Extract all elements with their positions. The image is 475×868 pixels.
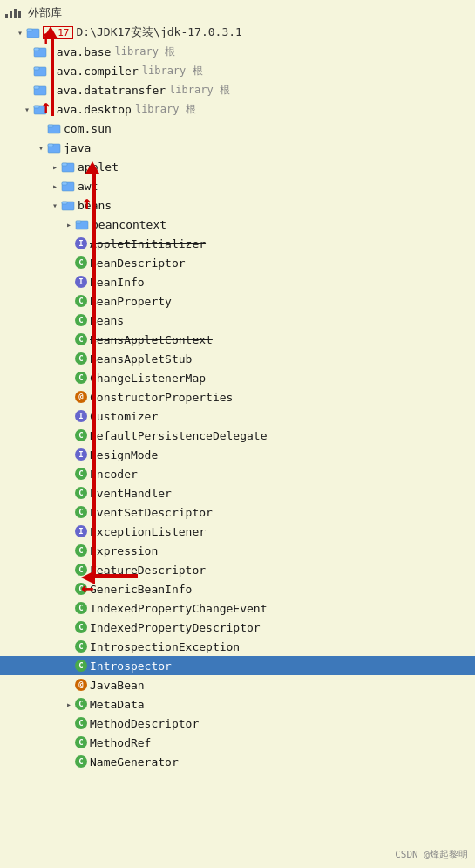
- class-badge-bac: C: [75, 333, 87, 345]
- change-listener-map-item[interactable]: C ChangeListenerMap: [0, 368, 475, 387]
- introspection-exception-label: IntrospectionException: [90, 640, 240, 653]
- encoder-label: Encoder: [90, 468, 138, 481]
- indexed-property-change-event-item[interactable]: C IndexedPropertyChangeEvent: [0, 598, 475, 618]
- java-desktop-arrow[interactable]: [21, 105, 33, 114]
- bean-info-item[interactable]: I BeanInfo: [0, 272, 475, 291]
- folder-icon-beans: [61, 198, 75, 212]
- bean-property-item[interactable]: C BeanProperty: [0, 291, 475, 311]
- class-badge-enc: C: [75, 468, 87, 480]
- java-desktop-label: java.desktop: [50, 103, 132, 116]
- java-base-item[interactable]: java.base library 根: [0, 42, 475, 61]
- md-arrow[interactable]: [63, 700, 75, 709]
- tree-container: < 17 D:\JDK17安装\jdk-17.0.3.1 java.base l…: [0, 23, 475, 771]
- java-bean-label: JavaBean: [90, 679, 145, 692]
- folder-icon-awt: [61, 179, 75, 193]
- bean-descriptor-item[interactable]: C BeanDescriptor: [0, 253, 475, 272]
- jdk-path-label: D:\JDK17安装\jdk-17.0.3.1: [77, 24, 242, 40]
- java-base-suffix: library 根: [114, 44, 175, 59]
- interface-badge-bi: I: [75, 276, 87, 288]
- introspection-exception-item[interactable]: C IntrospectionException: [0, 637, 475, 656]
- introspector-label: Introspector: [90, 660, 172, 673]
- beans-item[interactable]: beans: [0, 195, 475, 215]
- class-badge-expr: C: [75, 544, 87, 557]
- applet-item[interactable]: applet: [0, 157, 475, 176]
- encoder-item[interactable]: C Encoder: [0, 464, 475, 483]
- folder-icon-applet: [61, 160, 75, 174]
- java-desktop-suffix: library 根: [135, 102, 196, 117]
- java-base-label: java.base: [50, 45, 111, 58]
- applet-initializer-label: AppletInitializer: [90, 237, 206, 250]
- constructor-properties-item[interactable]: @ ConstructorProperties: [0, 387, 475, 407]
- external-libraries-panel: 外部库 < 17 D:\JDK17安装\jdk-17.0.3.1: [0, 0, 475, 868]
- annotation-badge-jb: @: [75, 679, 87, 691]
- change-listener-map-label: ChangeListenerMap: [90, 372, 206, 385]
- java-compiler-label: java.compiler: [50, 65, 139, 78]
- svg-rect-3: [34, 48, 39, 51]
- beancontext-arrow[interactable]: [63, 220, 75, 229]
- class-badge-beans: C: [75, 314, 87, 326]
- interface-badge-el: I: [75, 525, 87, 537]
- java-datatransfer-suffix: library 根: [169, 83, 230, 98]
- beans-applet-context-label: BeansAppletContext: [90, 333, 213, 346]
- java-arrow[interactable]: [35, 143, 47, 153]
- java-bean-item[interactable]: @ JavaBean: [0, 675, 475, 694]
- constructor-properties-label: ConstructorProperties: [90, 391, 233, 404]
- class-badge-bp: C: [75, 295, 87, 307]
- java-datatransfer-item[interactable]: java.datatransfer library 根: [0, 80, 475, 99]
- beancontext-item[interactable]: beancontext: [0, 215, 475, 234]
- com-sun-item[interactable]: com.sun: [0, 119, 475, 138]
- folder-icon: [26, 25, 40, 39]
- jdk-root-item[interactable]: < 17 D:\JDK17安装\jdk-17.0.3.1: [0, 23, 475, 42]
- svg-rect-19: [62, 202, 67, 204]
- method-descriptor-item[interactable]: C MethodDescriptor: [0, 714, 475, 733]
- design-mode-item[interactable]: I DesignMode: [0, 445, 475, 464]
- indexed-property-descriptor-item[interactable]: C IndexedPropertyDescriptor: [0, 618, 475, 637]
- interface-badge-cust: I: [75, 410, 87, 422]
- customizer-item[interactable]: I Customizer: [0, 407, 475, 426]
- folder-icon-beancontext: [75, 217, 89, 231]
- default-persistence-delegate-label: DefaultPersistenceDelegate: [90, 429, 268, 442]
- expression-item[interactable]: C Expression: [0, 541, 475, 560]
- beans-arrow[interactable]: [49, 201, 61, 210]
- meta-data-label: MetaData: [90, 698, 145, 711]
- awt-item[interactable]: awt: [0, 176, 475, 195]
- folder-icon-datatransfer: [33, 83, 47, 97]
- feature-descriptor-item[interactable]: C FeatureDescriptor: [0, 560, 475, 579]
- beans-applet-stub-label: BeansAppletStub: [90, 352, 192, 366]
- generic-bean-info-item[interactable]: C GenericBeanInfo: [0, 579, 475, 598]
- method-ref-item[interactable]: C MethodRef: [0, 733, 475, 752]
- event-handler-item[interactable]: C EventHandler: [0, 483, 475, 502]
- java-compiler-item[interactable]: java.compiler library 根: [0, 61, 475, 80]
- customizer-label: Customizer: [90, 410, 158, 423]
- java-desktop-item[interactable]: java.desktop library 根: [0, 99, 475, 119]
- applet-initializer-item[interactable]: I AppletInitializer: [0, 234, 475, 253]
- class-badge-esd: C: [75, 506, 87, 518]
- indexed-property-descriptor-label: IndexedPropertyDescriptor: [90, 621, 261, 634]
- beans-applet-stub-item[interactable]: C BeansAppletStub: [0, 349, 475, 368]
- folder-icon-java: [47, 140, 61, 154]
- annotation-badge-cp: @: [75, 391, 87, 403]
- introspector-item[interactable]: C Introspector: [0, 656, 475, 675]
- class-badge-bd: C: [75, 256, 87, 269]
- class-badge-ipce: C: [75, 602, 87, 614]
- jdk-expand-arrow[interactable]: [14, 28, 26, 38]
- svg-rect-7: [34, 86, 39, 89]
- beans-class-item[interactable]: C Beans: [0, 311, 475, 330]
- method-descriptor-label: MethodDescriptor: [90, 717, 199, 730]
- class-badge-dpd: C: [75, 429, 87, 441]
- event-set-descriptor-item[interactable]: C EventSetDescriptor: [0, 502, 475, 522]
- interface-badge: I: [75, 237, 87, 249]
- default-persistence-delegate-item[interactable]: C DefaultPersistenceDelegate: [0, 426, 475, 445]
- svg-rect-9: [34, 106, 39, 108]
- class-badge-bas: C: [75, 352, 87, 365]
- java-item[interactable]: java: [0, 138, 475, 157]
- interface-badge-dm: I: [75, 448, 87, 461]
- name-generator-item[interactable]: C NameGenerator: [0, 752, 475, 771]
- folder-icon-comsun: [47, 121, 61, 135]
- exception-listener-item[interactable]: I ExceptionListener: [0, 522, 475, 541]
- beans-applet-context-item[interactable]: C BeansAppletContext: [0, 330, 475, 349]
- class-badge-md: C: [75, 698, 87, 710]
- meta-data-item[interactable]: C MetaData: [0, 694, 475, 714]
- awt-arrow[interactable]: [49, 181, 61, 191]
- applet-arrow[interactable]: [49, 162, 61, 172]
